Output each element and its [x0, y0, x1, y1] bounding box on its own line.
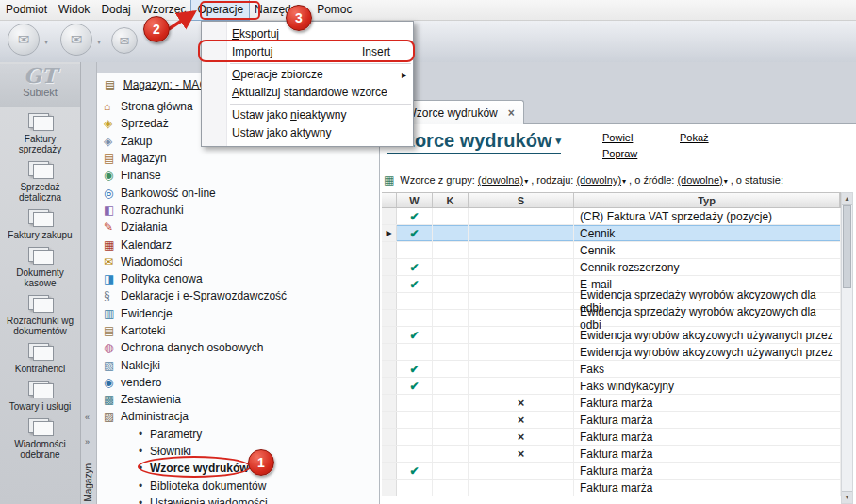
- menubar-item-narz-dzia[interactable]: Narzędzia: [249, 0, 311, 20]
- popraw-link[interactable]: Popraw: [602, 148, 637, 159]
- tree-item-label: Zakup: [121, 135, 152, 148]
- documents-stack-icon: [25, 417, 56, 437]
- table-row[interactable]: ✔Faktura marża: [382, 463, 841, 480]
- menubar-item-widok[interactable]: Widok: [53, 0, 95, 20]
- menu-item-operacje-zbiorcze[interactable]: Operacje zbiorcze▸: [202, 66, 413, 84]
- mail-button[interactable]: ✉ ▾: [8, 24, 40, 56]
- table-row[interactable]: ✔Faks: [382, 361, 841, 378]
- rail-item-towary-i-us-ugi[interactable]: Towary i usługi: [0, 380, 80, 412]
- tree-item-wzorce-wydruk-w[interactable]: •Wzorce wydruków: [97, 460, 379, 477]
- tree-item-s-owniki[interactable]: •Słowniki: [97, 443, 379, 460]
- table-row[interactable]: Faktura marża: [382, 480, 841, 496]
- app-name: Subiekt: [0, 87, 80, 98]
- column-header-k[interactable]: K: [433, 193, 469, 207]
- collapse-left-icon[interactable]: «: [85, 413, 90, 422]
- rail-item-kontrahenci[interactable]: Kontrahenci: [0, 342, 80, 374]
- send-button[interactable]: ✉ ▾: [60, 24, 92, 56]
- tree-item-dzia-ania[interactable]: ✎Działania: [97, 219, 379, 236]
- table-row[interactable]: ✔Faks windykacyjny: [382, 378, 841, 395]
- tree-item-finanse[interactable]: ◉Finanse: [97, 167, 379, 184]
- collapse-right-icon[interactable]: »: [85, 437, 90, 447]
- table-row[interactable]: Cennik: [382, 242, 841, 259]
- bullet-icon: •: [139, 428, 148, 441]
- row-pointer: [382, 276, 397, 292]
- close-tab-icon[interactable]: ×: [508, 106, 515, 120]
- table-row[interactable]: Ewidencja wyrobów akcyzowych używanych p…: [382, 344, 841, 361]
- tree-item-rozrachunki[interactable]: ◧Rozrachunki: [97, 202, 379, 219]
- tree-item-kalendarz[interactable]: ▦Kalendarz: [97, 236, 379, 252]
- rail-item-wiadomo-ci-odebrane[interactable]: Wiadomości odebrane: [0, 417, 80, 460]
- scroll-down-icon[interactable]: ▾: [842, 491, 852, 503]
- k-cell: [433, 208, 469, 224]
- table-row[interactable]: ✔Ewidencja wyrobów akcyzowych używanych …: [382, 327, 841, 344]
- menubar-item-wzorzec[interactable]: Wzorzec: [137, 0, 192, 20]
- column-header-s[interactable]: S: [469, 193, 574, 207]
- tree-item-deklaracje-i-e-sprawozdawczo[interactable]: §Deklaracje i e-Sprawozdawczość: [97, 287, 379, 304]
- menu-item-importuj[interactable]: ImportujInsert: [202, 43, 413, 61]
- tree-item-wiadomo-ci[interactable]: ✉Wiadomości: [97, 253, 379, 270]
- menu-item-eksportuj[interactable]: Eksportuj: [202, 25, 413, 43]
- rail-item-dokumenty-kasowe[interactable]: Dokumenty kasowe: [0, 246, 80, 288]
- book-icon: ▤: [105, 78, 115, 91]
- row-pointer: [382, 412, 397, 428]
- column-header-typ[interactable]: Typ: [574, 193, 840, 207]
- message-button[interactable]: ✉: [111, 27, 138, 54]
- menu-item-ustaw-jako-aktywny[interactable]: Ustaw jako aktywny: [202, 124, 413, 142]
- filter-dropdown-link[interactable]: (dowolne)▾: [677, 174, 727, 186]
- menubar-item-podmiot[interactable]: Podmiot: [0, 0, 53, 20]
- pokaz-link[interactable]: Pokaż: [680, 132, 709, 143]
- menubar-item-pomoc[interactable]: Pomoc: [311, 0, 357, 20]
- w-cell: [397, 293, 433, 309]
- scroll-up-icon[interactable]: ▴: [842, 193, 852, 205]
- rail-item-faktury-sprzeda-y[interactable]: Faktury sprzedaży: [0, 112, 80, 154]
- tree-item-vendero[interactable]: ◉vendero: [97, 374, 379, 391]
- tree-item-naklejki[interactable]: ▧Naklejki: [97, 356, 379, 373]
- table-header: W K S Typ: [382, 192, 841, 208]
- tree-item-polityka-cenowa[interactable]: ◨Polityka cenowa: [97, 270, 379, 287]
- table-row[interactable]: ✔(CR) Faktura VAT sprzedaży (pozycje): [382, 208, 841, 225]
- table-row[interactable]: Ewidencja sprzedaży wyrobów akcyzowych d…: [382, 310, 841, 327]
- table-row[interactable]: ×Faktura marża: [382, 412, 841, 429]
- gdpr-icon: ◍: [104, 341, 119, 354]
- tree-item-biblioteka-dokument-w[interactable]: •Biblioteka dokumentów: [97, 478, 379, 495]
- menu-item-aktualizuj-standardowe-wzorce[interactable]: Aktualizuj standardowe wzorce: [202, 84, 413, 102]
- rail-item-label: Dokumenty kasowe: [0, 268, 80, 288]
- filter-dropdown-link[interactable]: (dowolny)▾: [576, 174, 626, 186]
- subiekt-logo: GT Subiekt: [0, 64, 80, 107]
- panel-splitter[interactable]: « » Magazyn: [81, 62, 97, 504]
- column-header-w[interactable]: W: [397, 193, 433, 207]
- s-cell: [469, 225, 574, 241]
- table-row[interactable]: ×Faktura marża: [382, 395, 841, 412]
- table-row[interactable]: ×Faktura marża: [382, 429, 841, 446]
- tree-item-ochrona-danych-osobowych[interactable]: ◍Ochrona danych osobowych: [97, 339, 379, 356]
- menubar-item-operacje[interactable]: Operacje: [191, 0, 249, 20]
- menubar-item-dodaj[interactable]: Dodaj: [95, 0, 136, 20]
- rail-item-rozrachunki-wg-dokument-w[interactable]: Rozrachunki wg dokumentów: [0, 294, 80, 336]
- table-row[interactable]: ▶✔Cennik: [382, 225, 841, 242]
- row-pointer: [382, 208, 397, 224]
- tree-item-ustawienia-wiadomo-ci[interactable]: •Ustawienia wiadomości: [97, 495, 379, 504]
- tree-item-magazyn[interactable]: ▤Magazyn: [97, 150, 379, 167]
- tree-item-parametry[interactable]: •Parametry: [97, 426, 379, 443]
- table-row[interactable]: ×Faktura marża: [382, 446, 841, 463]
- rail-item-faktury-zakupu[interactable]: Faktury zakupu: [0, 208, 80, 240]
- scroll-thumb[interactable]: [843, 205, 851, 288]
- menu-item-label: Importuj: [232, 45, 272, 58]
- menu-item-ustaw-jako-nieaktywny[interactable]: Ustaw jako nieaktywny: [202, 106, 413, 124]
- tree-item-zestawienia[interactable]: ▩Zestawienia: [97, 391, 379, 408]
- vertical-scrollbar[interactable]: ▴ ▾: [841, 192, 853, 504]
- dropdown-caret-icon: ▾: [44, 38, 48, 46]
- k-cell: [433, 480, 469, 496]
- s-cell: [469, 463, 574, 479]
- subiekt-window: PodmiotWidokDodajWzorzecOperacjeNarzędzi…: [0, 0, 856, 504]
- bullet-icon: •: [139, 445, 148, 458]
- powiel-link[interactable]: Powiel: [602, 132, 633, 143]
- table-row[interactable]: ✔Cennik rozszerzony: [382, 259, 841, 276]
- filter-dropdown-link[interactable]: (dowolna)▾: [478, 174, 528, 186]
- tree-item-bankowo-on-line[interactable]: ◎Bankowość on-line: [97, 184, 379, 201]
- rail-item-sprzeda-detaliczna[interactable]: Sprzedaż detaliczna: [0, 160, 80, 203]
- tree-item-kartoteki[interactable]: ▤Kartoteki: [97, 322, 379, 339]
- tree-item-ewidencje[interactable]: ▥Ewidencje: [97, 305, 379, 322]
- tree-item-administracja[interactable]: ▨Administracja: [97, 408, 379, 425]
- dropdown-caret-icon: ▾: [724, 177, 728, 186]
